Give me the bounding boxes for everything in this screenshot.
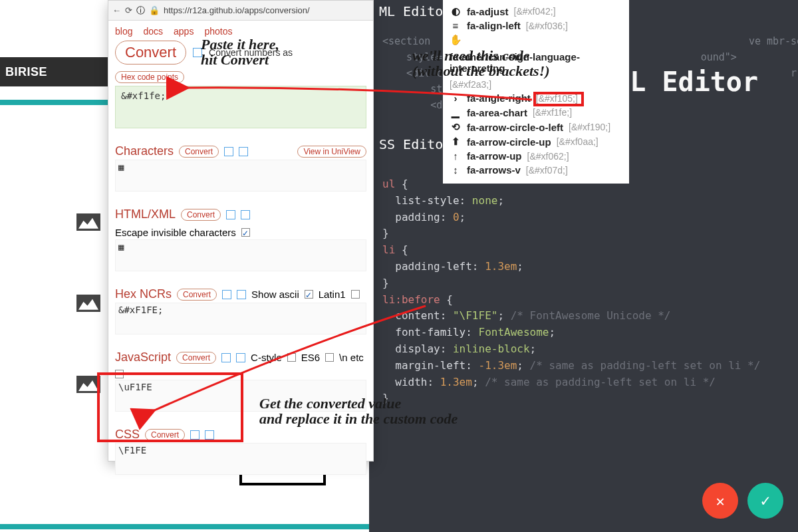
- copy-icon[interactable]: [221, 353, 231, 362]
- output-box[interactable]: \F1FE: [115, 443, 366, 475]
- code-token: padding:: [382, 211, 453, 223]
- output-box[interactable]: ▦: [115, 160, 366, 192]
- convert-button[interactable]: Convert: [181, 209, 221, 221]
- code-token: content:: [382, 309, 453, 322]
- section-characters: Characters Convert View in UniView ▦: [115, 144, 366, 192]
- list-item[interactable]: ⟲fa-arrow-circle-o-left [&#xf190;]: [446, 120, 626, 134]
- cstyle-checkbox[interactable]: [287, 353, 296, 362]
- cstyle-label: C-style: [251, 352, 282, 363]
- main-input-box[interactable]: &#xf1fe;: [115, 86, 366, 128]
- hex-option-pill[interactable]: Hex code points: [115, 71, 184, 83]
- list-item[interactable]: ≡fa-align-left [&#xf036;]: [446, 19, 626, 33]
- info-icon[interactable]: ⓘ: [136, 5, 145, 17]
- area-chart-icon: ▁: [450, 106, 462, 118]
- copy-icon[interactable]: [224, 147, 233, 156]
- lock-icon: 🔒: [149, 5, 160, 15]
- code-token: 1.3em: [485, 260, 517, 273]
- area-chart-icon: [76, 295, 100, 312]
- code-token: 0: [453, 211, 460, 223]
- output-value: ▦: [118, 241, 124, 252]
- convert-button[interactable]: Convert: [179, 146, 219, 158]
- list-item[interactable]: ↑fa-arrow-up [&#xf062;]: [446, 149, 626, 163]
- output-box[interactable]: ▦: [115, 239, 366, 271]
- icon-code: [&#xf190;]: [569, 122, 610, 132]
- icon-name: fa-arrows-v: [467, 164, 521, 176]
- nav-link[interactable]: apps: [174, 26, 194, 37]
- address-bar: ← ⟳ ⓘ 🔒 https://r12a.github.io/apps/conv…: [108, 1, 373, 21]
- convert-button[interactable]: Convert: [176, 352, 216, 364]
- highlight-box: [97, 372, 243, 442]
- back-icon[interactable]: ←: [112, 5, 121, 15]
- list-item[interactable]: ▁fa-area-chart [&#xf1fe;]: [446, 105, 626, 120]
- code-token: /* same as padding-left set on li */: [479, 376, 716, 388]
- doc-icon[interactable]: [239, 147, 248, 156]
- view-uniview-button[interactable]: View in UniView: [297, 146, 366, 158]
- list-item[interactable]: ⬆fa-arrow-circle-up [&#xf0aa;]: [446, 134, 626, 149]
- code-token: ;: [472, 376, 479, 388]
- url-text[interactable]: https://r12a.github.io/apps/conversion/: [164, 5, 310, 15]
- code-token: ;: [517, 359, 523, 372]
- doc-icon[interactable]: [241, 210, 250, 219]
- code-token: /* FontAwesome Unicode */: [504, 309, 670, 322]
- arrow-up-icon: ↑: [450, 150, 462, 162]
- code-token: font-family:: [382, 326, 479, 338]
- css-code-block[interactable]: ul { list-style: none; padding: 0; } li …: [382, 176, 760, 407]
- doc-icon[interactable]: [236, 353, 245, 362]
- section-title: Characters: [115, 144, 174, 158]
- code-token: list-style:: [382, 194, 472, 207]
- code-token: FontAwesome: [479, 326, 549, 338]
- icon-code: [&#xf1fe;]: [533, 107, 572, 118]
- code-token: ;: [497, 309, 504, 322]
- copy-icon[interactable]: [222, 290, 231, 299]
- arrow-circle-up-icon: ⬆: [450, 136, 462, 148]
- code-token: ;: [497, 194, 504, 207]
- output-box[interactable]: &#xF1FE;: [115, 303, 366, 334]
- code-token: ;: [460, 211, 466, 223]
- icon-code: [&#xf062;]: [527, 151, 569, 162]
- icon-name: fa-area-chart: [467, 107, 527, 118]
- icon-name: fa-arrow-circle-o-left: [467, 122, 563, 133]
- code-token: inline-block: [453, 342, 530, 355]
- es6-checkbox[interactable]: [325, 353, 334, 362]
- adjust-icon: ◐: [450, 5, 462, 17]
- angle-right-icon: ›: [450, 92, 462, 104]
- icon-code: [&#xf036;]: [526, 21, 568, 31]
- list-item[interactable]: ◐fa-adjust [&#xf042;]: [446, 4, 626, 19]
- code-token: li: [382, 243, 395, 256]
- nav-link[interactable]: blog: [115, 26, 132, 37]
- convert-button[interactable]: Convert: [115, 41, 186, 65]
- escape-label: Escape invisible characters: [115, 227, 236, 238]
- cancel-button[interactable]: [702, 483, 738, 519]
- arrow-circle-left-icon: ⟲: [450, 121, 462, 133]
- code-token: "\F1FE": [453, 309, 497, 322]
- section-title: JavaScript: [115, 350, 171, 364]
- code-token: /* same as padding-left set on li */: [523, 359, 760, 372]
- icon-name: fa-adjust: [467, 6, 509, 17]
- icon-name: fa-align-left: [467, 20, 521, 31]
- annotation-text: we'll need this code(without the bracket…: [412, 48, 550, 78]
- nav-link[interactable]: docs: [143, 26, 163, 37]
- icon-code: [&#xf07d;]: [526, 165, 568, 176]
- icon-name: fa-arrow-circle-up: [467, 136, 551, 148]
- code-token: display:: [382, 342, 453, 355]
- area-chart-icon: [76, 213, 100, 231]
- refresh-icon[interactable]: ⟳: [125, 5, 132, 15]
- copy-icon[interactable]: [226, 210, 235, 219]
- escape-checkbox[interactable]: [241, 228, 250, 237]
- list-item[interactable]: ↕fa-arrows-v [&#xf07d;]: [446, 163, 626, 177]
- icon-name: fa-angle-right: [467, 92, 531, 104]
- code-token: {: [395, 243, 408, 256]
- confirm-button[interactable]: [747, 483, 783, 519]
- nav-link[interactable]: photos: [204, 26, 232, 37]
- convert-button[interactable]: Convert: [177, 289, 217, 301]
- es6-label: ES6: [301, 352, 320, 363]
- ascii-checkbox[interactable]: [305, 290, 313, 299]
- arrows-v-icon: ↕: [450, 164, 462, 176]
- icon-code: [&#xf0aa;]: [557, 136, 598, 147]
- code-token: ul: [382, 178, 395, 190]
- code-token: }: [382, 227, 389, 239]
- doc-icon[interactable]: [237, 290, 246, 299]
- latin-checkbox[interactable]: [351, 290, 360, 299]
- output-value: ▦: [118, 162, 124, 172]
- code-token: ;: [517, 260, 523, 273]
